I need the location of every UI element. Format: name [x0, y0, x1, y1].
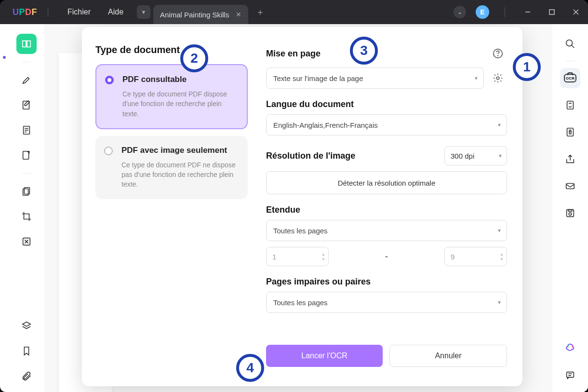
ocr-panel: Type de document PDF consultable Ce type…	[82, 27, 522, 386]
comment-tool[interactable]	[560, 365, 580, 385]
svg-point-16	[498, 55, 498, 56]
document-tab[interactable]: Animal Painting Skills ✕	[153, 5, 248, 24]
svg-rect-22	[569, 132, 571, 134]
form-tool[interactable]	[16, 145, 37, 165]
language-select[interactable]: English-Anglais,French-Français	[266, 114, 507, 135]
center-area: Type de document PDF consultable Ce type…	[44, 24, 552, 392]
range-select[interactable]: Toutes les pages	[266, 220, 507, 241]
save-tool[interactable]	[560, 203, 580, 223]
svg-rect-27	[567, 372, 574, 378]
search-icon[interactable]	[560, 34, 580, 54]
ocr-tool[interactable]: OCR	[560, 68, 580, 88]
launch-ocr-button[interactable]: Lancer l'OCR	[266, 345, 383, 367]
bookmark-tool[interactable]	[16, 341, 37, 361]
option-desc: Ce type de document PDF dispose d'une fo…	[122, 89, 238, 119]
left-sidebar	[9, 24, 44, 392]
svg-rect-23	[566, 184, 575, 189]
crop-tool[interactable]	[16, 206, 37, 227]
svg-rect-26	[568, 210, 572, 212]
titlebar: UPDF Fichier Aide ▼ Animal Painting Skil…	[0, 0, 588, 24]
tab-title: Animal Painting Skills	[160, 11, 229, 19]
close-window-button[interactable]	[564, 0, 588, 24]
edit-tool[interactable]	[16, 95, 37, 115]
lang-label: Langue du document	[266, 99, 507, 109]
layers-tool[interactable]	[16, 316, 37, 336]
chevron-down-icon[interactable]: ⌄	[454, 6, 466, 18]
oddeven-select[interactable]: Toutes les pages	[266, 292, 507, 313]
gear-icon[interactable]	[489, 69, 507, 87]
range-dash: -	[335, 252, 438, 262]
redact-tool[interactable]	[16, 231, 37, 252]
highlighter-tool[interactable]	[16, 70, 37, 90]
range-to-input[interactable]: 9▲▼	[444, 247, 507, 266]
layout-label: Mise en page	[266, 49, 321, 59]
right-sidebar: OCR	[552, 24, 588, 392]
help-icon[interactable]	[489, 44, 507, 63]
user-avatar[interactable]: E	[476, 5, 489, 19]
share-tool[interactable]	[560, 149, 580, 169]
page-tool[interactable]	[16, 120, 37, 140]
callout-4: 4	[236, 354, 264, 382]
menu-help[interactable]: Aide	[99, 8, 132, 16]
cancel-button[interactable]: Annuler	[389, 345, 507, 367]
maximize-button[interactable]	[540, 0, 564, 24]
option-searchable-pdf[interactable]: PDF consultable Ce type de document PDF …	[95, 64, 248, 129]
ai-tool[interactable]	[560, 338, 580, 358]
reader-tool[interactable]	[16, 34, 37, 54]
resolution-select[interactable]: 300 dpi	[444, 146, 507, 165]
svg-line-19	[572, 45, 575, 48]
svg-rect-9	[23, 151, 29, 160]
app-logo: UPDF	[13, 7, 37, 17]
oddeven-label: Pages impaires ou paires	[266, 277, 507, 287]
svg-point-17	[496, 77, 499, 80]
close-icon[interactable]: ✕	[236, 11, 241, 18]
option-title: PDF avec image seulement	[121, 146, 239, 155]
dot-indicator	[3, 56, 6, 59]
new-tab-button[interactable]: ＋	[252, 4, 268, 20]
range-label: Etendue	[266, 205, 507, 215]
callout-3: 3	[350, 37, 378, 65]
radio-icon	[104, 147, 113, 155]
doc-type-title: Type de document	[95, 44, 248, 55]
callout-1: 1	[513, 53, 541, 81]
option-title: PDF consultable	[122, 75, 238, 84]
menu-file[interactable]: Fichier	[59, 8, 99, 16]
option-image-only-pdf[interactable]: PDF avec image seulement Ce type de docu…	[95, 136, 248, 199]
pages-tool[interactable]	[16, 181, 37, 202]
layout-select[interactable]: Texte sur l'image de la page	[266, 68, 484, 89]
option-desc: Ce type de document PDF ne dispose pas d…	[121, 160, 239, 189]
detect-resolution-button[interactable]: Détecter la résolution optimale	[266, 171, 507, 194]
res-label: Résolution de l'image	[266, 151, 355, 161]
email-tool[interactable]	[560, 176, 580, 196]
svg-rect-21	[567, 128, 574, 136]
app-body: Type de document PDF consultable Ce type…	[0, 24, 588, 392]
callout-2: 2	[180, 44, 208, 72]
protect-tool[interactable]	[560, 122, 580, 142]
range-from-input[interactable]: 1▲▼	[266, 247, 329, 266]
radio-icon	[105, 76, 114, 84]
svg-rect-1	[549, 10, 554, 14]
tab-list-dropdown[interactable]: ▼	[137, 5, 150, 19]
svg-point-18	[566, 40, 573, 46]
svg-rect-20	[567, 101, 574, 109]
convert-tool[interactable]	[560, 95, 580, 115]
attachment-tool[interactable]	[16, 366, 37, 386]
svg-point-25	[569, 213, 572, 216]
minimize-button[interactable]	[516, 0, 540, 24]
